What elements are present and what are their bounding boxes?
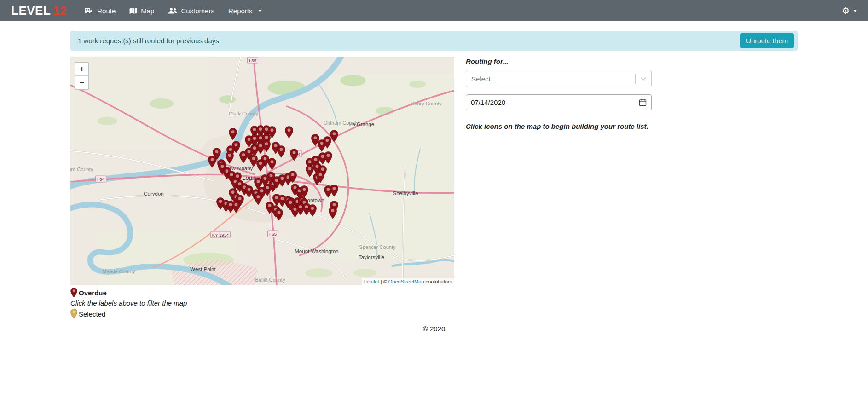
map-marker[interactable] [316,171,324,183]
map-marker[interactable] [232,201,240,213]
zoom-in-button[interactable]: + [75,63,88,76]
overdue-pin-icon [70,288,77,298]
attribution-sep: | © [379,279,388,284]
map-marker[interactable] [275,208,283,221]
osm-link[interactable]: OpenStreetMap [388,279,424,284]
map-marker[interactable] [330,185,338,197]
calendar-icon[interactable] [639,98,647,106]
map-marker[interactable] [254,178,262,190]
map-marker[interactable] [254,193,262,205]
legend-selected[interactable]: Selected [70,309,454,319]
map-marker[interactable] [249,155,258,167]
map-marker[interactable] [308,204,317,217]
technician-select[interactable]: Select... [466,70,652,87]
map-marker[interactable] [286,198,295,211]
users-icon [168,7,177,14]
road-shield: I 65 [247,57,258,64]
brand-twelve: 12 [53,4,67,18]
select-placeholder: Select... [466,75,635,83]
map-marker[interactable] [208,156,216,168]
map-marker[interactable] [290,149,298,161]
nav-item-reports[interactable]: Reports [228,7,262,15]
map-marker[interactable] [289,171,297,183]
nav-label-customers: Customers [181,7,214,15]
selected-pin-icon [70,309,77,319]
map-marker[interactable] [285,126,293,139]
leaflet-link[interactable]: Leaflet [364,279,379,284]
legend-overdue-label: Overdue [79,289,107,297]
map-legend: Overdue Click the labels above to filter… [70,288,454,319]
map-marker[interactable] [329,207,337,219]
road-shield: KY 1934 [210,231,231,238]
routing-for-label: Routing for... [466,58,652,65]
map-marker[interactable] [324,151,332,164]
unroute-button[interactable]: Unroute them [740,33,794,48]
nav-label-map: Map [141,7,154,15]
legend-hint: Click the labels above to filter the map [70,299,454,307]
brand-level: LEVEL [11,4,51,18]
alert-message: 1 work request(s) still routed for previ… [78,37,221,45]
road-shield: I 64 [95,176,106,183]
routing-panel: Routing for... Select... 07/14/2020 [466,57,652,319]
date-value: 07/14/2020 [471,98,505,106]
nav-item-map[interactable]: Map [129,7,154,15]
settings-menu[interactable]: ⚙ [842,6,857,15]
map-marker[interactable] [226,151,234,164]
nav-item-customers[interactable]: Customers [168,7,214,15]
unrouted-alert: 1 work request(s) still routed for previ… [70,31,798,51]
brand-logo[interactable]: LEVEL 12 [11,4,67,18]
road-shield: I 65 [267,231,278,237]
route-date-input[interactable]: 07/14/2020 [466,94,652,110]
map-marker[interactable] [229,128,237,140]
map-marker[interactable] [262,140,271,152]
attribution-suffix: contributors [424,279,452,284]
legend-selected-label: Selected [79,310,105,318]
zoom-control: + − [75,62,89,90]
route-instruction: Click icons on the map to begin building… [466,122,652,130]
map-icon [129,7,137,14]
chevron-down-icon [853,10,857,12]
chevron-down-icon [258,10,262,12]
map-marker[interactable] [277,145,285,158]
legend-overdue[interactable]: Overdue [70,288,454,298]
gear-icon: ⚙ [842,6,850,15]
map-marker[interactable] [268,158,276,170]
nav-label-reports: Reports [228,7,253,15]
copyright: © 2020 [70,325,798,342]
nav-label-route: Route [97,7,116,15]
map-canvas[interactable]: Clark CountyOldham CountyHenry CountySpe… [70,57,454,285]
route-van-icon [84,7,93,14]
nav-item-route[interactable]: Route [84,7,116,15]
zoom-out-button[interactable]: − [75,76,88,89]
map-attribution: Leaflet | © OpenStreetMap contributors [362,278,454,285]
chevron-down-icon [636,75,651,83]
top-navbar: LEVEL 12 Route Map Customers Reports [0,0,868,21]
map-marker[interactable] [323,136,331,149]
